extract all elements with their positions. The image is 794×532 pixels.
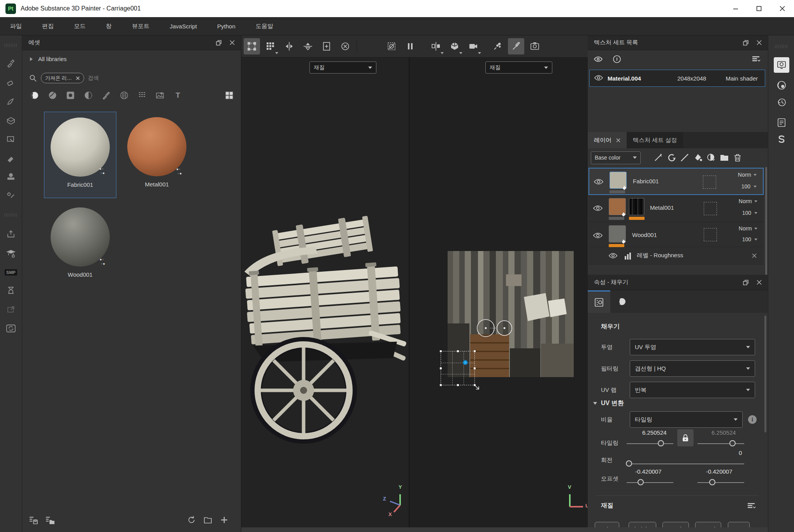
search-filter-tag[interactable]: 가져온 리… [41,73,84,83]
dock-drag-handle[interactable]: |||||||| [774,39,789,54]
all-libraries-selector[interactable]: All libraries [30,56,67,62]
gizmo-handle[interactable] [440,384,442,386]
gizmo-handle[interactable] [457,350,459,352]
save-asset-list-icon[interactable] [28,514,39,526]
refresh-box-icon[interactable] [4,321,18,336]
camera-selector[interactable] [465,38,481,54]
tab-fill-parameters[interactable] [588,290,610,313]
layer-visibility-eye-icon[interactable] [593,231,603,242]
toggle-all-visibility-icon[interactable] [592,53,605,66]
gizmo-handle[interactable] [440,367,442,369]
menu-window[interactable]: 창 [96,17,122,35]
particle-brush-tool[interactable] [489,38,506,54]
gizmo-handle[interactable] [440,350,442,352]
menu-javascript[interactable]: JavaScript [160,17,207,35]
viewport-3d[interactable]: 재질 [241,58,409,527]
solo-visibility-icon[interactable] [610,53,624,66]
channel-filter-dropdown[interactable]: Base color [591,151,641,164]
layer-row-metal001[interactable]: Metal001 Norm 100 [588,195,764,222]
opacity-dropdown[interactable]: 100 [742,210,757,216]
clone-tool[interactable] [4,151,18,165]
paint-brush-tool[interactable] [4,56,18,70]
info-icon[interactable]: i [748,415,757,424]
slider-knob[interactable] [709,479,715,485]
filter-brushes-icon[interactable] [102,91,111,100]
assets-float-button[interactable] [212,37,225,49]
focus-frame-tool[interactable] [318,38,335,54]
gizmo-handle[interactable] [474,350,476,352]
properties-float-button[interactable] [739,277,752,288]
close-button[interactable] [771,0,794,17]
texture-set-close-button[interactable] [752,37,766,49]
tab-material-preview[interactable] [610,290,633,313]
external-link-icon[interactable] [4,302,18,317]
menu-file[interactable]: 파일 [0,17,32,35]
resources-icon[interactable] [4,246,18,261]
projection-tool[interactable] [4,95,18,109]
menu-edit[interactable]: 편집 [32,17,64,35]
blend-mode-dropdown[interactable]: Norm [738,172,757,178]
refresh-assets-icon[interactable] [186,514,197,526]
filter-alphas-icon[interactable] [66,91,75,100]
tiling-pattern-tool[interactable] [262,38,279,54]
projection-dropdown[interactable]: UV 투영 [630,339,755,355]
mask-placeholder[interactable] [704,228,717,241]
rotation-slider[interactable] [627,464,744,464]
add-smart-material-icon[interactable] [665,151,678,164]
axis-gizmo-2d[interactable]: V U [561,490,588,517]
transform-gizmo-tool[interactable] [244,38,260,54]
offset-y-slider[interactable] [697,482,744,483]
tab-texture-set-settings[interactable]: 텍스처 세트 설정 [627,132,683,148]
layer-row-wood001[interactable]: Wood001 Norm 100 [588,222,764,247]
filter-smart-materials-icon[interactable] [48,91,57,100]
layer-thumbnail[interactable] [610,172,627,189]
shading-mode-dropdown-2d[interactable]: 재질 [485,61,552,74]
pause-engine-button[interactable] [402,38,418,54]
asset-material-metal001[interactable]: ●◦ ◦● Metal001 [121,112,193,198]
texture-set-float-button[interactable] [739,37,752,49]
properties-close-button[interactable] [752,277,766,288]
tab-layers[interactable]: 레이어 [588,132,627,148]
tiling-x-slider[interactable] [627,443,673,444]
add-paint-layer-icon[interactable] [678,151,691,164]
filter-tools-icon[interactable] [137,91,147,100]
stamp-tool[interactable] [4,169,18,184]
filter-meshes-icon[interactable] [119,91,129,100]
toolbar-drag-handle-2[interactable]: |||||||| [4,207,18,222]
remove-effect-icon[interactable] [752,253,757,258]
assets-close-button[interactable] [225,37,239,49]
gizmo-pivot-handle[interactable] [463,360,468,365]
menu-mode[interactable]: 모드 [64,17,96,35]
menu-viewport[interactable]: 뷰포트 [122,17,160,35]
toolbar-drag-handle[interactable]: |||||||| [4,38,18,53]
texture-set-row-material004[interactable]: Material.004 2048x2048 Main shader [589,70,765,87]
offset-y-value[interactable]: -0.420007 [706,468,733,475]
viewport-2d[interactable]: 재질 [409,58,588,527]
history-icon[interactable] [774,95,789,110]
remove-filter-icon[interactable] [76,76,80,80]
asset-folder-list-icon[interactable] [44,514,56,526]
screenshot-button[interactable] [527,38,543,54]
eye-icon[interactable] [594,74,603,83]
material-mode-selector[interactable] [446,38,463,54]
color-picker-tool[interactable] [4,188,18,203]
offset-x-slider[interactable] [627,482,673,483]
filter-environments-icon[interactable] [155,91,165,100]
mask-placeholder[interactable] [704,202,717,215]
reset-view-tool[interactable] [337,38,353,54]
symmetry-y-tool[interactable] [300,38,316,54]
shading-mode-dropdown-3d[interactable]: 재질 [309,61,376,74]
asset-material-fabric001[interactable]: ●◦ ◦● Fabric001 [44,112,116,198]
display-settings-icon[interactable] [774,57,789,73]
add-effect-wand-icon[interactable] [652,151,665,164]
hourglass-icon[interactable] [4,283,18,298]
minimize-button[interactable] [724,0,747,17]
blend-mode-dropdown[interactable]: Norm [739,198,757,204]
polygon-fill-tool[interactable] [4,113,18,128]
uv-wrap-dropdown[interactable]: 반복 [630,382,755,398]
opacity-dropdown[interactable]: 100 [741,183,757,190]
add-fill-layer-icon[interactable] [691,151,704,164]
rotation-value[interactable]: 0 [739,449,742,456]
eraser-tool[interactable] [4,75,18,90]
filtering-dropdown[interactable]: 겹선형 | HQ [630,360,755,377]
